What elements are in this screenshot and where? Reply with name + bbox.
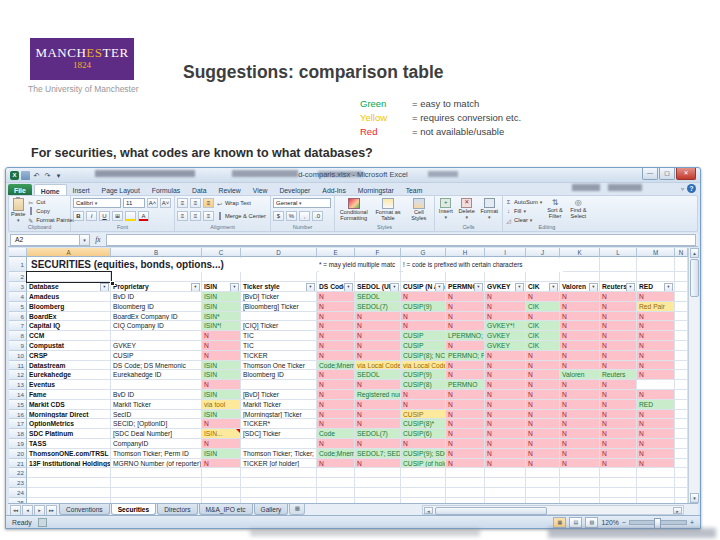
cell[interactable]: N	[600, 351, 637, 361]
cell[interactable]: N	[355, 410, 401, 420]
cell[interactable]: CIK	[526, 302, 560, 312]
cell[interactable]: N	[526, 439, 560, 449]
cell[interactable]	[111, 478, 202, 488]
cell[interactable]: CUSIP(6)	[401, 429, 446, 439]
filter-arrow-icon[interactable]: ▾	[589, 283, 598, 292]
cell[interactable]: N	[485, 400, 526, 410]
cell[interactable]	[485, 488, 526, 498]
cell[interactable]: N	[401, 321, 446, 331]
font-name-combo[interactable]: Calibri ▾	[73, 198, 121, 208]
cell[interactable]	[600, 272, 637, 282]
cell[interactable]: N	[560, 351, 600, 361]
cell[interactable]: N	[600, 429, 637, 439]
cell[interactable]	[485, 478, 526, 488]
cell-proprietary[interactable]: SecID	[111, 410, 202, 420]
cell-database[interactable]: CRSP	[27, 351, 111, 361]
filter-header-red[interactable]: RED▾	[637, 282, 675, 292]
cell[interactable]: Code;Mnem	[317, 449, 355, 459]
cell-proprietary[interactable]: Markit Ticker	[111, 400, 202, 410]
cell[interactable]: ISIN	[202, 370, 241, 380]
cell-proprietary[interactable]: Bloomberg ID	[111, 302, 202, 312]
cell[interactable]	[675, 478, 688, 488]
cell[interactable]: Thomson One Ticker	[241, 361, 317, 371]
cell[interactable]	[637, 488, 675, 498]
cell[interactable]: N	[560, 331, 600, 341]
sheet-tab-directors[interactable]: Directors	[157, 504, 197, 515]
row-number[interactable]: 12	[9, 370, 27, 380]
cell[interactable]: N	[526, 459, 560, 469]
page-break-view-icon[interactable]: ▧	[585, 517, 598, 528]
cell[interactable]: N	[317, 321, 355, 331]
cell[interactable]: N	[355, 400, 401, 410]
cell[interactable]: N	[355, 380, 401, 390]
cell[interactable]: N	[560, 459, 600, 469]
cell[interactable]: ISIN...	[202, 429, 241, 439]
cell[interactable]: N	[526, 312, 560, 322]
paste-button[interactable]: Paste ▾	[11, 197, 25, 225]
cell[interactable]: N	[446, 312, 485, 322]
cell[interactable]: N	[600, 331, 637, 341]
cell[interactable]: N	[355, 331, 401, 341]
font-size-combo[interactable]: 11	[123, 198, 145, 208]
cell[interactable]: N	[600, 390, 637, 400]
column-header-k[interactable]: K	[560, 248, 600, 257]
cell[interactable]	[485, 468, 526, 478]
conditional-formatting-button[interactable]: Conditional Formatting	[337, 197, 370, 225]
cell[interactable]	[560, 272, 600, 282]
column-header-c[interactable]: C	[202, 248, 241, 257]
cell-database[interactable]: TASS	[27, 439, 111, 449]
filter-header-cik[interactable]: CIK▾	[526, 282, 560, 292]
filter-arrow-icon[interactable]: ▾	[664, 283, 673, 292]
cell[interactable]	[446, 488, 485, 498]
filter-header-ds-code[interactable]: DS Code▾	[317, 282, 355, 292]
cell-database[interactable]: Compustat	[27, 341, 111, 351]
cell[interactable]: N	[317, 370, 355, 380]
cell[interactable]: Markit Ticker	[241, 400, 317, 410]
sheet-tab-conventions[interactable]: Conventions	[59, 504, 110, 515]
cell[interactable]: N	[637, 459, 675, 469]
cell[interactable]: N	[526, 419, 560, 429]
cell-proprietary[interactable]: CIQ Company ID	[111, 321, 202, 331]
cell[interactable]: N	[637, 361, 675, 371]
cell-proprietary[interactable]: GVKEY	[111, 341, 202, 351]
align-top-icon[interactable]: ≡	[177, 198, 188, 208]
cell[interactable]	[241, 439, 317, 449]
cell[interactable]: N	[446, 321, 485, 331]
cell[interactable]: N	[485, 390, 526, 400]
cell[interactable]	[560, 478, 600, 488]
zoom-in-icon[interactable]: +	[690, 518, 694, 527]
cell[interactable]	[675, 419, 688, 429]
cell[interactable]	[637, 468, 675, 478]
find-select-button[interactable]: ◎ Find & Select	[568, 197, 589, 225]
align-left-icon[interactable]: ≡	[177, 211, 188, 221]
cell[interactable]	[637, 257, 675, 272]
row-number[interactable]: 24	[9, 488, 27, 498]
cell[interactable]: N	[202, 331, 241, 341]
cell[interactable]: N	[355, 439, 401, 449]
cell[interactable]	[600, 468, 637, 478]
cell[interactable]	[675, 488, 688, 498]
cell[interactable]	[675, 459, 688, 469]
zoom-slider[interactable]	[629, 520, 687, 525]
cell[interactable]: N	[560, 410, 600, 420]
cell-proprietary[interactable]	[111, 331, 202, 341]
grow-font-icon[interactable]: A˄	[147, 198, 158, 208]
cell[interactable]: N	[560, 390, 600, 400]
fill-color-icon[interactable]	[125, 211, 136, 221]
cell[interactable]	[675, 341, 688, 351]
name-box-dropdown-icon[interactable]: ▾	[80, 234, 90, 246]
cell[interactable]: N	[600, 321, 637, 331]
ribbon-tab-insert[interactable]: Insert	[67, 184, 96, 195]
cell-proprietary[interactable]: MGRNO Number (of reporter)	[111, 459, 202, 469]
row-number[interactable]: 5	[9, 302, 27, 312]
scroll-left-icon[interactable]: ◂	[424, 507, 433, 514]
cell[interactable]: N	[485, 439, 526, 449]
merge-center-button[interactable]: Merge & Center	[216, 212, 266, 220]
cell[interactable]	[202, 468, 241, 478]
cell[interactable]: N	[202, 459, 241, 469]
ribbon-tab-developer[interactable]: Developer	[273, 184, 316, 195]
cell-proprietary[interactable]: BoardEx Company ID	[111, 312, 202, 322]
cell-database[interactable]: Amadeus	[27, 292, 111, 302]
cell[interactable]	[675, 312, 688, 322]
cell[interactable]: N	[446, 370, 485, 380]
